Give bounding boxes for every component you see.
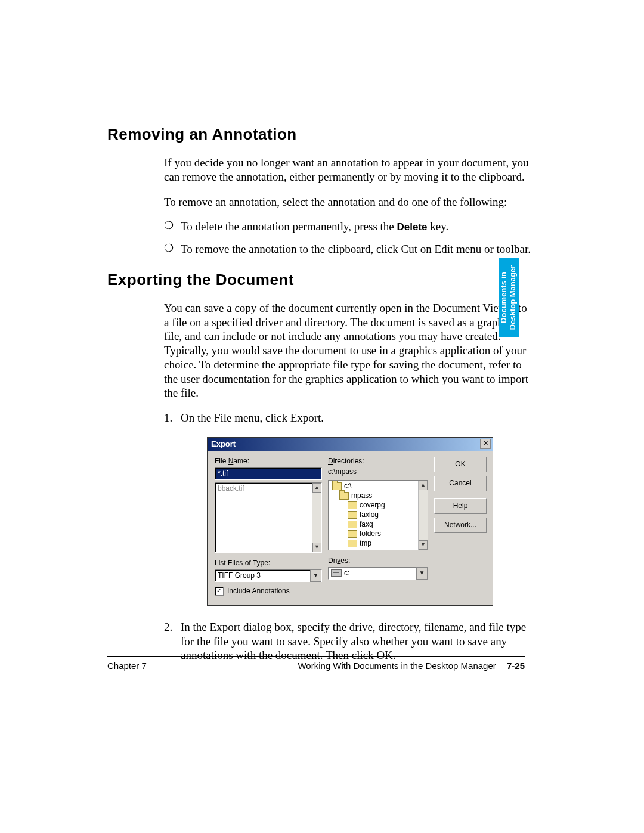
scroll-down-icon[interactable]: ▼ [312, 543, 321, 552]
listtype-label: List Files of Type: [215, 559, 322, 568]
section-tab-line2: Desktop Manager [509, 265, 518, 330]
drives-label: Drives: [328, 556, 428, 565]
exporting-body: You can save a copy of the document curr… [164, 301, 531, 662]
b1-pre: To delete the annotation permanently, pr… [181, 220, 397, 233]
export-dialog-figure: Export ✕ File Name: *.tif bback.tif [207, 437, 531, 606]
dir-item-faxq[interactable]: faxq [331, 520, 425, 529]
chevron-down-icon[interactable]: ▼ [310, 569, 321, 582]
dir-item-tmp[interactable]: tmp [331, 539, 425, 549]
bullet-icon: ❍ [164, 219, 181, 234]
folder-icon [348, 540, 357, 547]
file-listbox[interactable]: bback.tif ▲ ▼ [215, 482, 322, 553]
section-tab: Documents in Desktop Manager [499, 258, 519, 337]
page-footer: Chapter 7 Working With Documents in the … [107, 661, 525, 671]
dir-item-faxlog[interactable]: faxlog [331, 510, 425, 520]
include-annotations-label: Include Annotations [227, 587, 290, 596]
directories-label: Directories: [328, 457, 428, 466]
include-annotations-checkbox[interactable]: ✓ [215, 587, 224, 596]
chevron-down-icon[interactable]: ▼ [416, 567, 428, 580]
drive-icon [331, 569, 342, 577]
folder-icon [348, 511, 357, 519]
step-1: 1. On the File menu, click Export. [164, 411, 531, 425]
bullet-icon: ❍ [164, 242, 181, 256]
heading-removing-annotation: Removing an Annotation [107, 125, 537, 144]
section-tab-line1: Documents in [500, 272, 509, 323]
bullet-cut: ❍ To remove the annotation to the clipbo… [164, 242, 531, 256]
include-annotations-row[interactable]: ✓ Include Annotations [215, 587, 322, 599]
delete-key-label: Delete [397, 221, 428, 233]
scroll-up-icon[interactable]: ▲ [312, 483, 321, 493]
bullet-delete: ❍ To delete the annotation permanently, … [164, 219, 531, 234]
folder-open-icon [339, 492, 349, 500]
folder-icon [348, 501, 357, 509]
folder-icon [348, 521, 357, 528]
step-1-text: On the File menu, click Export. [181, 411, 531, 425]
dir-item-coverpg[interactable]: coverpg [331, 501, 425, 510]
listtype-select[interactable]: TIFF Group 3 ▼ [215, 569, 322, 582]
exporting-p1: You can save a copy of the document curr… [164, 301, 531, 400]
cancel-button[interactable]: Cancel [434, 476, 487, 491]
file-list-item[interactable]: bback.tif [218, 484, 319, 493]
step-1-num: 1. [164, 411, 181, 425]
folder-icon [348, 530, 357, 538]
footer-title: Working With Documents in the Desktop Ma… [298, 661, 496, 671]
close-icon[interactable]: ✕ [480, 439, 491, 449]
dir-item-mpass[interactable]: mpass [331, 491, 425, 501]
footer-rule [107, 656, 525, 657]
drives-value: c: [344, 569, 349, 578]
scroll-up-icon[interactable]: ▲ [419, 481, 428, 490]
directory-listbox[interactable]: c:\ mpass coverpg [328, 480, 428, 550]
dialog-title: Export [211, 439, 236, 449]
filename-label: File Name: [215, 457, 322, 466]
dir-item-folders[interactable]: folders [331, 529, 425, 539]
heading-exporting-document: Exporting the Document [107, 271, 537, 289]
scrollbar[interactable]: ▲ ▼ [312, 483, 321, 552]
footer-page-number: 7-25 [507, 661, 525, 671]
b1-post: key. [428, 220, 449, 233]
dir-item-root[interactable]: c:\ [331, 482, 425, 491]
dialog-titlebar[interactable]: Export ✕ [208, 438, 493, 451]
removing-p2: To remove an annotation, select the anno… [164, 195, 531, 209]
export-dialog: Export ✕ File Name: *.tif bback.tif [207, 437, 493, 606]
listtype-value: TIFF Group 3 [218, 571, 261, 580]
bullet-delete-text: To delete the annotation permanently, pr… [181, 219, 531, 234]
help-button[interactable]: Help [434, 498, 487, 514]
ok-button[interactable]: OK [434, 457, 487, 472]
removing-p1: If you decide you no longer want an anno… [164, 156, 531, 184]
directories-path: c:\mpass [328, 467, 428, 476]
footer-chapter: Chapter 7 [107, 661, 147, 671]
drives-select[interactable]: c: ▼ [328, 567, 428, 580]
scroll-down-icon[interactable]: ▼ [419, 540, 428, 550]
bullet-cut-text: To remove the annotation to the clipboar… [181, 242, 531, 256]
removing-body: If you decide you no longer want an anno… [164, 156, 531, 256]
document-page: Documents in Desktop Manager Removing an… [0, 0, 644, 833]
filename-input[interactable]: *.tif [215, 467, 322, 480]
network-button[interactable]: Network... [434, 518, 487, 533]
scrollbar[interactable]: ▲ ▼ [418, 481, 428, 550]
folder-open-icon [332, 482, 342, 490]
